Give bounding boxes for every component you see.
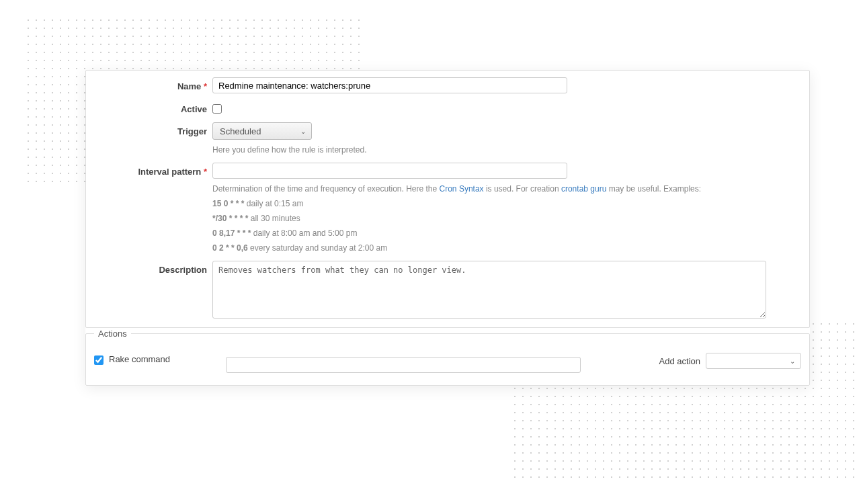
example-row: 0 2 * * 0,6 every saturday and sunday at… — [212, 242, 803, 254]
example-row: 0 8,17 * * * daily at 8:00 am and 5:00 p… — [212, 227, 803, 239]
actions-fieldset: Actions Rake command Add action ⌄ — [85, 333, 810, 386]
rake-command-checkbox[interactable] — [94, 355, 104, 365]
actions-legend: Actions — [94, 329, 131, 339]
interval-input[interactable] — [212, 163, 567, 179]
description-label: Description — [93, 261, 212, 275]
interval-label: Interval pattern * — [93, 163, 212, 177]
name-input[interactable] — [212, 77, 567, 93]
main-config-box: Name * Active Trigger Scheduled ⌄ Here y… — [85, 70, 810, 328]
interval-help: Determination of the time and frequency … — [212, 183, 803, 254]
add-action-select[interactable]: ⌄ — [706, 353, 801, 369]
trigger-select-value: Scheduled — [220, 126, 261, 136]
name-label: Name * — [93, 77, 212, 91]
crontab-guru-link[interactable]: crontab guru — [561, 184, 606, 194]
chevron-down-icon: ⌄ — [790, 358, 795, 365]
example-row: */30 * * * * all 30 minutes — [212, 212, 803, 224]
rake-command-label: Rake command — [109, 353, 170, 366]
add-action-label: Add action — [659, 356, 700, 366]
chevron-down-icon: ⌄ — [300, 128, 306, 135]
active-label: Active — [93, 100, 212, 114]
active-checkbox[interactable] — [212, 104, 222, 114]
trigger-label: Trigger — [93, 122, 212, 136]
example-row: 15 0 * * * daily at 0:15 am — [212, 198, 803, 210]
trigger-select[interactable]: Scheduled ⌄ — [212, 122, 312, 140]
scheduled-task-form: Name * Active Trigger Scheduled ⌄ Here y… — [85, 70, 810, 386]
cron-syntax-link[interactable]: Cron Syntax — [440, 184, 484, 194]
description-textarea[interactable] — [212, 261, 766, 319]
rake-command-input[interactable] — [226, 357, 581, 373]
trigger-help: Here you define how the rule is interpre… — [212, 144, 803, 156]
